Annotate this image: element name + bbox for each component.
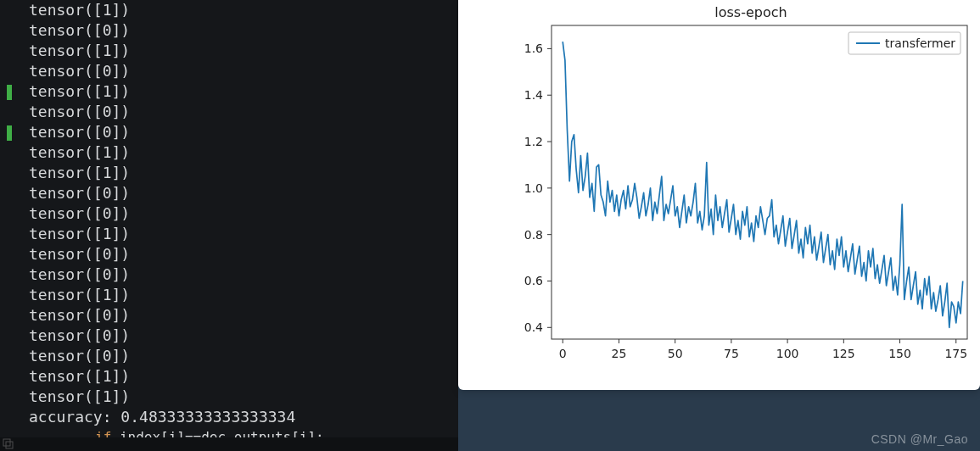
gutter <box>0 0 14 451</box>
svg-text:0: 0 <box>559 347 567 360</box>
terminal-line: tensor([0]) <box>19 20 458 41</box>
svg-text:0.8: 0.8 <box>524 228 543 242</box>
x-ticks: 0255075100125150175 <box>559 339 967 360</box>
terminal-line: tensor([0]) <box>19 346 458 366</box>
terminal-line: tensor([0]) <box>19 122 458 142</box>
svg-text:0.4: 0.4 <box>524 320 543 334</box>
gutter-mark <box>7 85 12 100</box>
chart-panel: loss-epoch 0255075100125150175 0.40.60.8… <box>458 0 980 390</box>
terminal-line: tensor([1]) <box>19 81 458 102</box>
svg-text:50: 50 <box>668 347 683 360</box>
terminal-line: tensor([1]) <box>19 0 458 20</box>
watermark: CSDN @Mr_Gao <box>871 432 968 446</box>
terminal-line: tensor([1]) <box>19 387 458 407</box>
svg-text:0.6: 0.6 <box>524 274 543 287</box>
terminal-line: tensor([1]) <box>19 285 458 305</box>
series-line-transfermer <box>563 42 962 327</box>
terminal-line: tensor([0]) <box>19 183 458 203</box>
terminal-line: tensor([1]) <box>19 366 458 387</box>
svg-rect-0 <box>3 439 10 446</box>
legend-entry-0: transfermer <box>885 36 955 50</box>
terminal-line: tensor([1]) <box>19 142 458 163</box>
svg-text:1.0: 1.0 <box>524 181 543 195</box>
terminal-line: tensor([0]) <box>19 102 458 122</box>
terminal-output-panel[interactable]: tensor([1])tensor([0])tensor([1])tensor(… <box>0 0 458 451</box>
terminal-line: tensor([0]) <box>19 264 458 285</box>
svg-text:1.6: 1.6 <box>524 42 543 55</box>
svg-text:75: 75 <box>724 347 739 360</box>
svg-rect-1 <box>6 442 13 448</box>
terminal-line: tensor([1]) <box>19 163 458 183</box>
svg-text:125: 125 <box>832 347 855 360</box>
terminal-line: tensor([1]) <box>19 41 458 61</box>
gutter-mark <box>7 125 12 141</box>
terminal-line: tensor([0]) <box>19 61 458 81</box>
terminal-line: tensor([0]) <box>19 203 458 224</box>
terminal-line: accuracy: 0.48333333333333334 <box>19 407 458 427</box>
terminal-bottom-strip <box>0 437 458 451</box>
legend: transfermer <box>848 32 960 54</box>
copy-icon <box>2 437 14 449</box>
terminal-line: tensor([0]) <box>19 326 458 346</box>
chart-title: loss-epoch <box>714 4 787 20</box>
svg-text:175: 175 <box>944 347 967 360</box>
y-ticks: 0.40.60.81.01.21.41.6 <box>524 42 552 334</box>
loss-epoch-plot: loss-epoch 0255075100125150175 0.40.60.8… <box>496 0 972 381</box>
terminal-line: tensor([0]) <box>19 244 458 264</box>
terminal-line: tensor([0]) <box>19 305 458 326</box>
terminal-line: tensor([1]) <box>19 224 458 244</box>
svg-text:1.4: 1.4 <box>524 88 543 102</box>
svg-text:100: 100 <box>776 347 799 360</box>
svg-text:1.2: 1.2 <box>524 135 543 148</box>
svg-text:25: 25 <box>612 347 627 360</box>
svg-text:150: 150 <box>888 347 911 360</box>
